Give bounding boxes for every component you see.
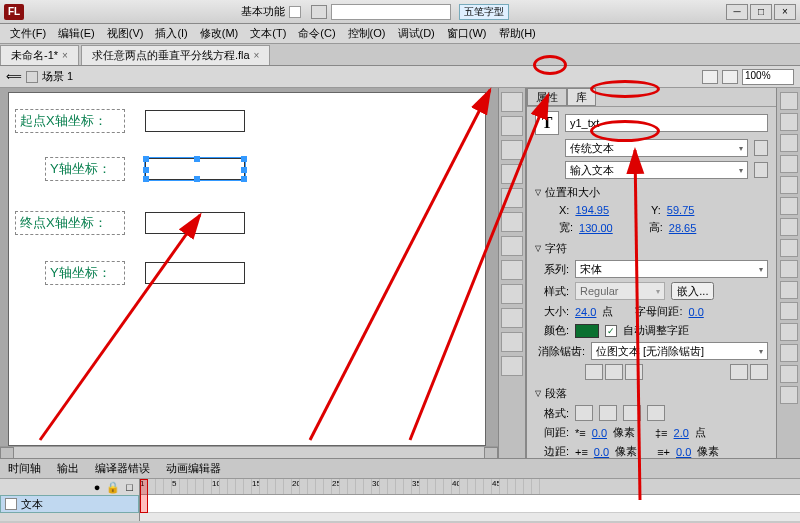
selectable-button[interactable] xyxy=(585,364,603,380)
brush-tool[interactable] xyxy=(780,281,798,299)
font-family-combo[interactable]: 宋体 xyxy=(575,260,768,278)
subselection-tool[interactable] xyxy=(780,113,798,131)
lasso-tool[interactable] xyxy=(780,155,798,173)
minimize-button[interactable]: ─ xyxy=(726,4,748,20)
tab-output[interactable]: 输出 xyxy=(49,461,87,476)
text-dir-button[interactable] xyxy=(754,162,768,178)
maximize-button[interactable]: □ xyxy=(750,4,772,20)
autokern-checkbox[interactable]: ✓ xyxy=(605,325,617,337)
menu-control[interactable]: 控制(O) xyxy=(342,26,392,41)
bone-tool[interactable] xyxy=(780,323,798,341)
margin-left-value[interactable]: 0.0 xyxy=(594,446,609,458)
lock-icon[interactable]: 🔒 xyxy=(106,481,120,494)
section-position[interactable]: ▽位置和大小 xyxy=(535,185,768,200)
h-value[interactable]: 28.65 xyxy=(669,222,697,234)
menu-insert[interactable]: 插入(I) xyxy=(149,26,193,41)
align-right-button[interactable] xyxy=(623,405,641,421)
workspace-dropdown[interactable] xyxy=(289,6,301,18)
embed-button[interactable]: 嵌入... xyxy=(671,282,714,300)
text-tool[interactable] xyxy=(780,197,798,215)
doc-tab-2[interactable]: 求任意两点的垂直平分线方程.fla× xyxy=(81,45,271,65)
eraser-tool[interactable] xyxy=(780,386,798,404)
bucket-tool[interactable] xyxy=(780,344,798,362)
tool-g[interactable] xyxy=(501,236,523,256)
stage-area[interactable]: 起点X轴坐标： Y轴坐标： 终点X轴坐标： xyxy=(0,88,498,458)
menu-text[interactable]: 文本(T) xyxy=(244,26,292,41)
pen-tool[interactable] xyxy=(780,176,798,194)
subscript-button[interactable] xyxy=(750,364,768,380)
menu-help[interactable]: 帮助(H) xyxy=(493,26,542,41)
tab-properties[interactable]: 属性 xyxy=(527,88,567,106)
tool-b[interactable] xyxy=(501,116,523,136)
tool-j[interactable] xyxy=(501,308,523,328)
eye-icon[interactable]: ● xyxy=(94,481,101,493)
stage-scrollbar-h[interactable] xyxy=(0,446,498,458)
tool-h[interactable] xyxy=(501,260,523,280)
search-input[interactable] xyxy=(331,4,451,20)
menu-commands[interactable]: 命令(C) xyxy=(292,26,341,41)
tool-e[interactable] xyxy=(501,188,523,208)
text-type-combo[interactable]: 输入文本 xyxy=(565,161,748,179)
deco-tool[interactable] xyxy=(780,302,798,320)
menu-window[interactable]: 窗口(W) xyxy=(441,26,493,41)
tool-a[interactable] xyxy=(501,92,523,112)
align-center-button[interactable] xyxy=(599,405,617,421)
tab-library[interactable]: 库 xyxy=(567,88,596,106)
tool-i[interactable] xyxy=(501,284,523,304)
antialias-combo[interactable]: 位图文本 [无消除锯齿] xyxy=(591,342,768,360)
tab-motion[interactable]: 动画编辑器 xyxy=(158,461,229,476)
html-button[interactable] xyxy=(605,364,623,380)
text-engine-flyout[interactable] xyxy=(754,140,768,156)
tool-l[interactable] xyxy=(501,356,523,376)
layer-row[interactable]: 文本 xyxy=(0,495,139,513)
superscript-button[interactable] xyxy=(730,364,748,380)
indent-value[interactable]: 0.0 xyxy=(592,427,607,439)
border-button[interactable] xyxy=(625,364,643,380)
edit-symbol-icon[interactable] xyxy=(722,70,738,84)
rect-tool[interactable] xyxy=(780,239,798,257)
color-swatch[interactable] xyxy=(575,324,599,338)
spacing-value[interactable]: 0.0 xyxy=(688,306,703,318)
close-icon[interactable]: × xyxy=(254,50,260,61)
tool-d[interactable] xyxy=(501,164,523,184)
menu-view[interactable]: 视图(V) xyxy=(101,26,150,41)
stage[interactable]: 起点X轴坐标： Y轴坐标： 终点X轴坐标： xyxy=(8,92,486,446)
close-icon[interactable]: × xyxy=(62,50,68,61)
w-value[interactable]: 130.00 xyxy=(579,222,613,234)
tool-k[interactable] xyxy=(501,332,523,352)
eyedropper-tool[interactable] xyxy=(780,365,798,383)
section-para[interactable]: ▽段落 xyxy=(535,386,768,401)
pencil-tool[interactable] xyxy=(780,260,798,278)
scroll-left-button[interactable] xyxy=(0,447,14,458)
text-engine-combo[interactable]: 传统文本 xyxy=(565,139,748,157)
tab-errors[interactable]: 编译器错误 xyxy=(87,461,158,476)
instance-name-input[interactable] xyxy=(565,114,768,132)
lineheight-value[interactable]: 2.0 xyxy=(674,427,689,439)
margin-right-value[interactable]: 0.0 xyxy=(676,446,691,458)
section-char[interactable]: ▽字符 xyxy=(535,241,768,256)
input-y1-selected[interactable] xyxy=(145,158,245,180)
menu-edit[interactable]: 编辑(E) xyxy=(52,26,101,41)
align-justify-button[interactable] xyxy=(647,405,665,421)
outline-icon[interactable]: □ xyxy=(126,481,133,493)
playhead[interactable] xyxy=(140,479,148,513)
scene-back-button[interactable]: ⟸ xyxy=(6,70,22,83)
tab-timeline[interactable]: 时间轴 xyxy=(0,461,49,476)
close-button[interactable]: × xyxy=(774,4,796,20)
menu-modify[interactable]: 修改(M) xyxy=(194,26,245,41)
y-value[interactable]: 59.75 xyxy=(667,204,695,216)
edit-scene-icon[interactable] xyxy=(702,70,718,84)
menu-file[interactable]: 文件(F) xyxy=(4,26,52,41)
timeline-frames[interactable]: 151015202530354045 xyxy=(140,479,800,521)
scroll-right-button[interactable] xyxy=(484,447,498,458)
x-value[interactable]: 194.95 xyxy=(575,204,609,216)
selection-tool[interactable] xyxy=(780,92,798,110)
zoom-combo[interactable]: 100% xyxy=(742,69,794,85)
line-tool[interactable] xyxy=(780,218,798,236)
align-left-button[interactable] xyxy=(575,405,593,421)
size-value[interactable]: 24.0 xyxy=(575,306,596,318)
input-start-x[interactable] xyxy=(145,110,245,132)
tool-c[interactable] xyxy=(501,140,523,160)
tool-f[interactable] xyxy=(501,212,523,232)
transform-tool[interactable] xyxy=(780,134,798,152)
